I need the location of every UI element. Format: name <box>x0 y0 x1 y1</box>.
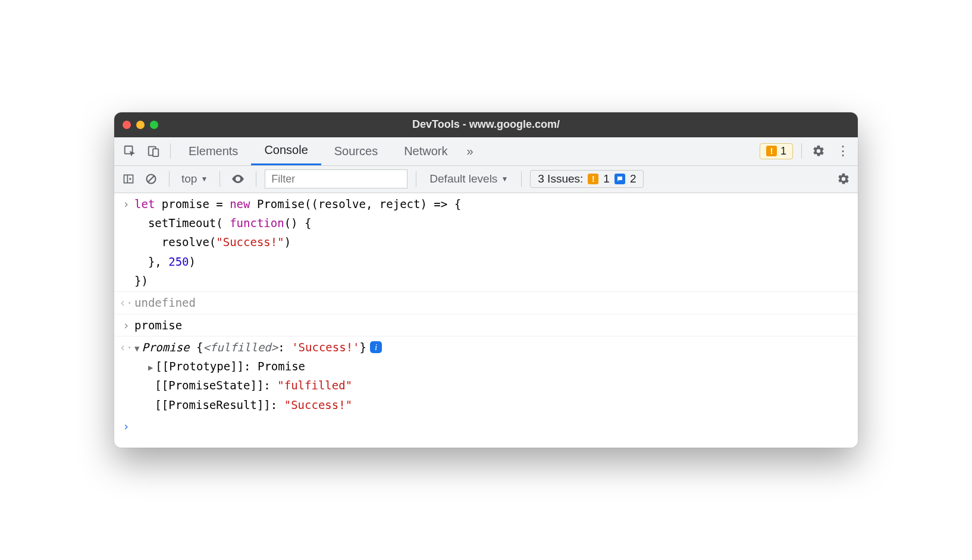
warning-icon <box>588 174 598 184</box>
object-inspection: ▼Promise {<fulfilled>: 'Success!'}i ▶[[P… <box>134 338 853 414</box>
live-expression-icon[interactable] <box>228 169 247 188</box>
input-prompt-icon: › <box>118 417 134 436</box>
input-prompt-icon: › <box>118 194 134 290</box>
minimize-window-button[interactable] <box>136 121 145 129</box>
inspect-element-icon[interactable] <box>119 140 140 162</box>
info-badge-icon[interactable]: i <box>370 341 382 353</box>
output-icon: ‹· <box>118 338 134 414</box>
console-settings-icon[interactable] <box>834 169 853 188</box>
context-label: top <box>181 172 197 185</box>
output-icon: ‹· <box>118 293 134 312</box>
levels-label: Default levels <box>429 172 497 185</box>
divider <box>416 171 416 187</box>
clear-console-icon[interactable] <box>142 169 161 188</box>
divider <box>801 143 802 159</box>
traffic-lights <box>123 121 158 129</box>
settings-icon[interactable] <box>808 140 829 162</box>
svg-rect-3 <box>124 175 133 183</box>
tabs-overflow-icon[interactable]: » <box>461 137 479 165</box>
svg-rect-2 <box>153 149 158 157</box>
code-snippet: promise <box>134 316 853 335</box>
issues-info-count: 2 <box>630 172 636 185</box>
console-prompt-row[interactable]: › <box>114 416 858 437</box>
console-output-row: ‹· undefined <box>114 292 858 314</box>
tab-elements[interactable]: Elements <box>175 137 251 165</box>
filter-input[interactable] <box>265 169 407 188</box>
info-icon <box>614 174 625 184</box>
tab-sources[interactable]: Sources <box>321 137 391 165</box>
tab-console[interactable]: Console <box>251 137 321 165</box>
input-prompt-icon: › <box>118 316 134 335</box>
console-toolbar: top ▼ Default levels ▼ 3 Issues: 1 2 <box>114 166 858 193</box>
tab-network[interactable]: Network <box>391 137 460 165</box>
output-value: undefined <box>134 293 853 312</box>
levels-selector[interactable]: Default levels ▼ <box>425 172 513 185</box>
toggle-sidebar-icon[interactable] <box>119 169 138 188</box>
devtools-window: DevTools - www.google.com/ Elements Cons… <box>114 112 858 448</box>
dropdown-icon: ▼ <box>501 175 508 183</box>
more-menu-icon[interactable]: ⋮ <box>832 140 853 162</box>
divider <box>169 171 170 187</box>
issues-button[interactable]: 3 Issues: 1 2 <box>530 170 644 188</box>
code-snippet: let promise = new Promise((resolve, reje… <box>134 194 853 290</box>
context-selector[interactable]: top ▼ <box>178 172 211 185</box>
console-output-row: ‹· ▼Promise {<fulfilled>: 'Success!'}i ▶… <box>114 336 858 416</box>
window-title: DevTools - www.google.com/ <box>114 118 858 131</box>
console-input-row[interactable]: › promise <box>114 314 858 336</box>
close-window-button[interactable] <box>123 121 131 129</box>
divider <box>521 171 522 187</box>
warning-count: 1 <box>780 145 786 158</box>
input-caret[interactable] <box>134 417 853 436</box>
warning-icon <box>766 146 777 156</box>
issues-label: 3 Issues: <box>538 172 583 185</box>
svg-line-6 <box>148 176 154 182</box>
divider <box>256 171 256 187</box>
dropdown-icon: ▼ <box>200 175 208 183</box>
collapse-icon[interactable]: ▼ <box>134 342 139 356</box>
console-input-row[interactable]: › let promise = new Promise((resolve, re… <box>114 193 858 292</box>
titlebar: DevTools - www.google.com/ <box>114 112 858 137</box>
divider <box>170 143 171 159</box>
device-toolbar-icon[interactable] <box>143 140 164 162</box>
divider <box>220 171 220 187</box>
svg-point-7 <box>237 178 239 180</box>
main-tabbar: Elements Console Sources Network » 1 ⋮ <box>114 137 858 166</box>
console-output: › let promise = new Promise((resolve, re… <box>114 193 858 448</box>
warnings-badge[interactable]: 1 <box>760 143 793 159</box>
issues-warn-count: 1 <box>603 172 610 185</box>
maximize-window-button[interactable] <box>150 121 158 129</box>
expand-icon[interactable]: ▶ <box>148 361 153 375</box>
